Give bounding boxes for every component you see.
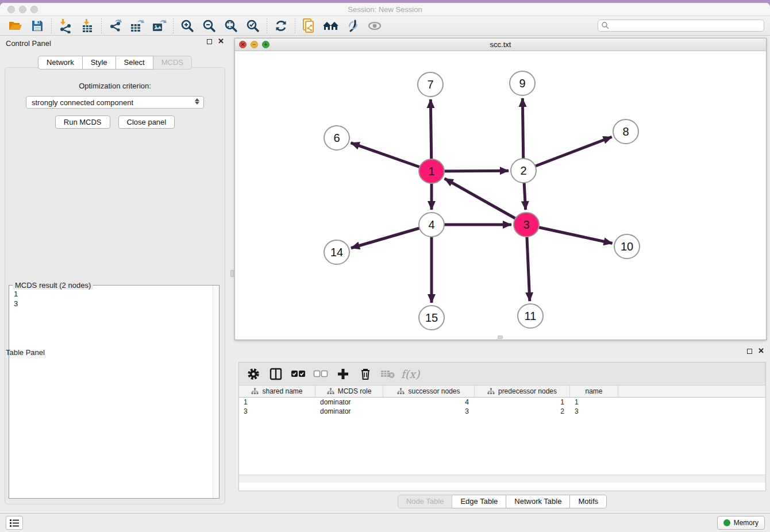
network-canvas[interactable]: 7968124314101511	[235, 51, 766, 335]
dropdown-stepper-icon	[195, 98, 199, 105]
import-table-icon[interactable]	[76, 17, 98, 34]
memory-button[interactable]: Memory	[717, 516, 765, 530]
add-column-icon[interactable]	[334, 365, 352, 383]
search-icon	[601, 21, 610, 30]
run-mcds-button[interactable]: Run MCDS	[55, 115, 110, 129]
gear-icon[interactable]	[245, 365, 262, 383]
network-window-titlebar[interactable]: ✕ − + scc.txt	[235, 38, 766, 51]
graph-node-label: 8	[622, 125, 629, 138]
graph-node-label: 7	[427, 78, 433, 91]
close-panel-button[interactable]: Close panel	[118, 115, 175, 129]
tab-mcds[interactable]: MCDS	[153, 56, 192, 70]
graph-node-9[interactable]: 9	[510, 71, 535, 95]
table-panel: Table Panel ✕	[0, 344, 770, 513]
tab-node-table[interactable]: Node Table	[398, 495, 453, 508]
split-columns-icon[interactable]	[267, 365, 284, 383]
export-image-icon[interactable]	[148, 17, 170, 34]
table-panel-title: Table Panel	[6, 348, 45, 357]
control-panel-float-icon[interactable]	[207, 39, 212, 44]
table-row[interactable]: 3dominator323	[239, 407, 765, 416]
toolbar-separator	[51, 18, 52, 33]
tab-motifs[interactable]: Motifs	[570, 495, 607, 508]
criterion-dropdown-value: strongly connected component	[32, 98, 133, 107]
tab-network[interactable]: Network	[38, 56, 83, 70]
graph-edge-2-8[interactable]	[523, 137, 612, 171]
table-cell[interactable]: 3	[570, 407, 618, 416]
zoom-out-icon[interactable]	[198, 17, 220, 34]
memory-status-icon	[723, 519, 730, 526]
table-cell[interactable]: 3	[239, 407, 315, 416]
criterion-dropdown[interactable]: strongly connected component	[26, 96, 204, 109]
table-cell[interactable]: 2	[475, 407, 570, 416]
search-field[interactable]	[598, 20, 764, 32]
table-horizontal-scrollbar[interactable]	[239, 475, 765, 483]
graph-node-10[interactable]: 10	[614, 234, 640, 259]
zoom-selected-icon[interactable]	[242, 17, 264, 34]
export-network-icon[interactable]	[105, 17, 126, 34]
graph-edge-3-1[interactable]	[445, 179, 526, 225]
save-icon[interactable]	[26, 17, 48, 34]
column-header-MCDS-role[interactable]: MCDS role	[315, 385, 383, 397]
toolbar-separator	[173, 18, 174, 33]
table-cell[interactable]: 4	[383, 398, 475, 407]
tab-edge-table[interactable]: Edge Table	[452, 495, 506, 508]
main-area: Control Panel ✕ NetworkStyleSelectMCDS O…	[0, 36, 770, 513]
network-view-window: ✕ − + scc.txt 7968124314101511	[234, 38, 767, 340]
memory-label: Memory	[734, 519, 759, 527]
table-cell[interactable]: 1	[239, 398, 315, 407]
table-panel-close-icon[interactable]: ✕	[758, 348, 764, 354]
splitter-handle[interactable]	[230, 270, 234, 277]
graph-node-7[interactable]: 7	[418, 72, 443, 97]
control-panel-close-icon[interactable]: ✕	[218, 38, 224, 44]
tab-style[interactable]: Style	[83, 56, 116, 70]
graph-node-14[interactable]: 14	[324, 240, 349, 264]
tab-network-table[interactable]: Network Table	[506, 495, 570, 508]
export-table-icon[interactable]	[126, 17, 148, 34]
graph-node-label: 15	[425, 311, 438, 324]
graph-node-15[interactable]: 15	[419, 306, 444, 330]
table-box: f(x) shared nameMCDS rolesuccessor nodes…	[238, 362, 766, 491]
table-toolbar: f(x)	[239, 363, 765, 385]
delete-column-icon[interactable]	[357, 365, 374, 383]
table-cell[interactable]: 3	[383, 407, 475, 416]
column-header-successor-nodes[interactable]: successor nodes	[383, 385, 475, 397]
table-tabs: Node TableEdge TableNetwork TableMotifs	[238, 495, 766, 508]
refresh-icon[interactable]	[270, 17, 292, 34]
table-cell[interactable]: 1	[570, 398, 618, 407]
select-all-columns-icon[interactable]	[290, 365, 307, 383]
toolbar-separator	[267, 18, 267, 33]
open-folder-icon[interactable]	[5, 17, 26, 34]
table-panel-float-icon[interactable]	[747, 349, 752, 354]
graph-node-2[interactable]: 2	[511, 159, 536, 183]
tab-select[interactable]: Select	[116, 56, 153, 70]
zoom-fit-icon[interactable]	[220, 17, 242, 34]
graph-node-8[interactable]: 8	[613, 119, 638, 144]
column-header-label: predecessor nodes	[498, 387, 557, 395]
table-cell[interactable]: dominator	[315, 398, 383, 407]
hierarchy-icon	[251, 388, 259, 395]
table-cell[interactable]: dominator	[315, 407, 383, 416]
import-network-icon[interactable]	[55, 17, 76, 34]
control-panel-title: Control Panel	[6, 39, 51, 48]
task-history-button[interactable]	[6, 516, 23, 530]
column-header-name[interactable]: name	[570, 385, 618, 397]
table-cell[interactable]: 1	[475, 398, 570, 407]
app-title: Session: New Session	[0, 5, 770, 14]
table-row[interactable]: 1dominator411	[239, 398, 765, 407]
graph-node-1[interactable]: 1	[419, 159, 444, 183]
clone-network-icon[interactable]	[298, 17, 320, 34]
graph-node-label: 3	[523, 218, 529, 231]
hide-graphics-details-icon[interactable]	[342, 17, 364, 34]
hierarchy-icon	[397, 388, 405, 395]
column-header-predecessor-nodes[interactable]: predecessor nodes	[475, 385, 570, 397]
graph-node-4[interactable]: 4	[419, 213, 444, 237]
search-input[interactable]	[610, 21, 764, 30]
home-layouts-icon[interactable]	[320, 17, 342, 34]
graph-node-6[interactable]: 6	[324, 126, 349, 150]
column-header-shared-name[interactable]: shared name	[239, 385, 315, 397]
zoom-in-icon[interactable]	[176, 17, 198, 34]
unselect-all-columns-icon[interactable]	[312, 365, 329, 383]
graph-node-3[interactable]: 3	[514, 213, 539, 237]
network-resize-handle[interactable]	[498, 336, 503, 339]
graph-node-11[interactable]: 11	[518, 304, 543, 328]
